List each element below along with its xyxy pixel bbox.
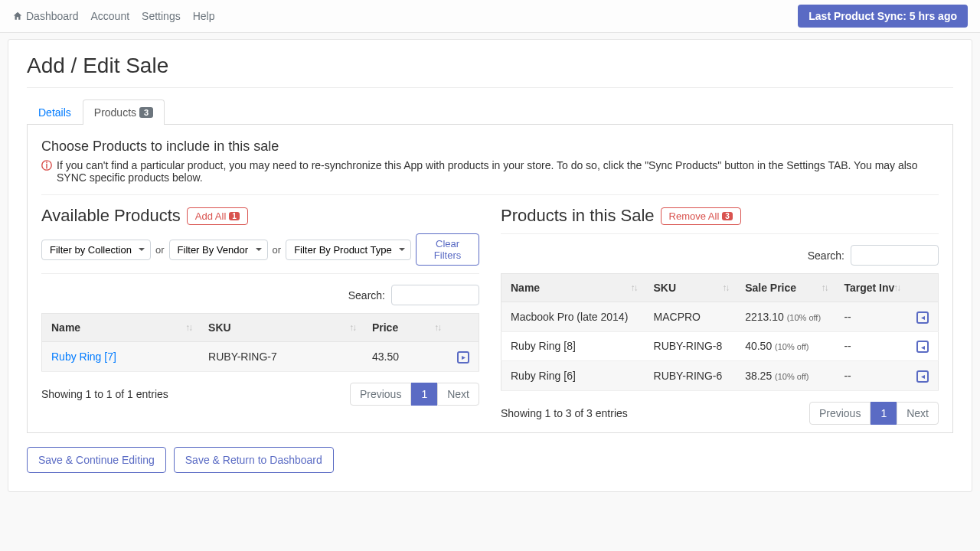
available-showing: Showing 1 to 1 of 1 entries xyxy=(41,388,168,400)
tab-products[interactable]: Products 3 xyxy=(83,99,165,125)
filter-type-select[interactable]: Filter By Product Type xyxy=(286,240,411,260)
or-2: or xyxy=(273,244,282,256)
product-price: 43.50 xyxy=(363,342,448,372)
available-header: Available Products Add All 1 xyxy=(41,206,479,226)
page-1-button[interactable]: 1 xyxy=(871,402,897,425)
in-sale-search-row: Search: xyxy=(501,245,939,266)
in-sale-showing: Showing 1 to 3 of 3 entries xyxy=(501,407,628,419)
product-target-inv: -- xyxy=(835,331,907,361)
clear-filters-button[interactable]: Clear Filters xyxy=(416,233,479,266)
product-sale-price: 2213.10 (10% off) xyxy=(736,302,835,332)
product-sale-price: 40.50 (10% off) xyxy=(736,331,835,361)
remove-row-icon[interactable]: ◂ xyxy=(916,370,929,383)
remove-all-button[interactable]: Remove All 3 xyxy=(661,207,741,225)
nav-help[interactable]: Help xyxy=(193,10,215,22)
sort-icon: ↑↓ xyxy=(631,282,637,293)
topbar-nav: Dashboard Account Settings Help xyxy=(12,10,214,22)
product-sku: MACPRO xyxy=(645,302,737,332)
filter-collection-select[interactable]: Filter by Collection xyxy=(41,240,151,260)
add-all-button[interactable]: Add All 1 xyxy=(187,207,248,225)
next-button[interactable]: Next xyxy=(897,402,939,425)
remove-all-label: Remove All xyxy=(669,210,720,222)
in-sale-footer: Showing 1 to 3 of 3 entries Previous 1 N… xyxy=(501,402,939,425)
choose-heading: Choose Products to include in this sale xyxy=(41,139,939,155)
available-pager: Previous 1 Next xyxy=(350,383,479,406)
available-search-row: Search: xyxy=(41,285,479,305)
title-rule xyxy=(27,87,953,88)
product-sku: RUBY-RING-7 xyxy=(199,342,363,372)
col-sku[interactable]: SKU↑↓ xyxy=(645,274,737,302)
in-sale-heading: Products in this Sale xyxy=(501,206,655,226)
product-sku: RUBY-RING-8 xyxy=(645,331,737,361)
col-sku[interactable]: SKU↑↓ xyxy=(199,314,363,342)
tab-body: Choose Products to include in this sale … xyxy=(27,125,953,433)
nav-account[interactable]: Account xyxy=(91,10,130,22)
save-return-button[interactable]: Save & Return to Dashboard xyxy=(174,447,334,473)
available-rule xyxy=(41,273,479,274)
main-panel: Add / Edit Sale Details Products 3 Choos… xyxy=(8,39,972,492)
tabs: Details Products 3 xyxy=(27,99,953,125)
prev-button[interactable]: Previous xyxy=(350,383,411,406)
sort-icon: ↑↓ xyxy=(821,282,827,293)
col-sale-price[interactable]: Sale Price↑↓ xyxy=(736,274,835,302)
nav-dashboard[interactable]: Dashboard xyxy=(12,10,79,22)
product-sku: RUBY-RING-6 xyxy=(645,361,737,391)
available-search-input[interactable] xyxy=(391,285,479,305)
col-name[interactable]: Name↑↓ xyxy=(501,274,645,302)
remove-all-count: 3 xyxy=(722,212,733,220)
help-row: ⓘ If you can't find a particular product… xyxy=(41,159,939,184)
table-row: Ruby Ring [6] RUBY-RING-6 38.25 (10% off… xyxy=(501,361,939,391)
table-row: Ruby Ring [7] RUBY-RING-7 43.50 ▸ xyxy=(42,342,479,372)
sort-icon: ↑↓ xyxy=(722,282,728,293)
tab-products-count: 3 xyxy=(139,107,153,118)
bottom-actions: Save & Continue Editing Save & Return to… xyxy=(27,447,953,473)
filter-vendor-select[interactable]: Filter By Vendor xyxy=(169,240,268,260)
product-name: Ruby Ring [8] xyxy=(501,331,645,361)
col-action xyxy=(907,274,939,302)
save-continue-button[interactable]: Save & Continue Editing xyxy=(27,447,166,473)
columns: Available Products Add All 1 Filter by C… xyxy=(41,206,939,425)
in-sale-table: Name↑↓ SKU↑↓ Sale Price↑↓ Target Inv↑↓ M… xyxy=(501,273,939,391)
sync-status-button[interactable]: Last Product Sync: 5 hrs ago xyxy=(798,5,968,28)
add-all-count: 1 xyxy=(229,212,240,220)
sort-icon: ↑↓ xyxy=(349,322,355,333)
section-rule xyxy=(41,194,939,195)
available-column: Available Products Add All 1 Filter by C… xyxy=(41,206,479,425)
next-button[interactable]: Next xyxy=(437,383,479,406)
in-sale-header: Products in this Sale Remove All 3 xyxy=(501,206,939,226)
home-icon xyxy=(12,10,23,22)
prev-button[interactable]: Previous xyxy=(809,402,871,425)
product-link[interactable]: Ruby Ring [7] xyxy=(51,350,116,363)
in-sale-rule xyxy=(501,233,939,234)
add-row-icon[interactable]: ▸ xyxy=(457,351,469,364)
table-row: Macbook Pro (late 2014) MACPRO 2213.10 (… xyxy=(501,302,939,332)
available-footer: Showing 1 to 1 of 1 entries Previous 1 N… xyxy=(41,383,479,406)
or-1: or xyxy=(155,244,165,256)
page-title: Add / Edit Sale xyxy=(27,54,953,78)
topbar: Dashboard Account Settings Help Last Pro… xyxy=(0,0,980,33)
sort-icon: ↑↓ xyxy=(893,282,900,293)
nav-dashboard-label: Dashboard xyxy=(26,10,79,22)
in-sale-column: Products in this Sale Remove All 3 Searc… xyxy=(501,206,939,425)
tab-details[interactable]: Details xyxy=(27,99,83,125)
table-row: Ruby Ring [8] RUBY-RING-8 40.50 (10% off… xyxy=(501,331,939,361)
in-sale-search-input[interactable] xyxy=(851,245,939,266)
available-filters: Filter by Collection or Filter By Vendor… xyxy=(41,233,479,266)
available-search-label: Search: xyxy=(348,289,385,302)
col-action xyxy=(448,314,479,342)
available-heading: Available Products xyxy=(41,206,181,226)
col-price[interactable]: Price↑↓ xyxy=(363,314,448,342)
remove-row-icon[interactable]: ◂ xyxy=(916,341,929,353)
remove-row-icon[interactable]: ◂ xyxy=(916,311,929,324)
sort-icon: ↑↓ xyxy=(434,322,440,333)
product-name: Ruby Ring [6] xyxy=(501,361,645,391)
col-target-inv[interactable]: Target Inv↑↓ xyxy=(835,274,907,302)
sort-icon: ↑↓ xyxy=(185,322,191,333)
in-sale-pager: Previous 1 Next xyxy=(809,402,939,425)
col-name[interactable]: Name↑↓ xyxy=(42,314,200,342)
add-all-label: Add All xyxy=(195,210,226,222)
tab-products-label: Products xyxy=(94,106,136,119)
page-1-button[interactable]: 1 xyxy=(411,383,437,406)
product-sale-price: 38.25 (10% off) xyxy=(736,361,835,391)
nav-settings[interactable]: Settings xyxy=(142,10,181,22)
